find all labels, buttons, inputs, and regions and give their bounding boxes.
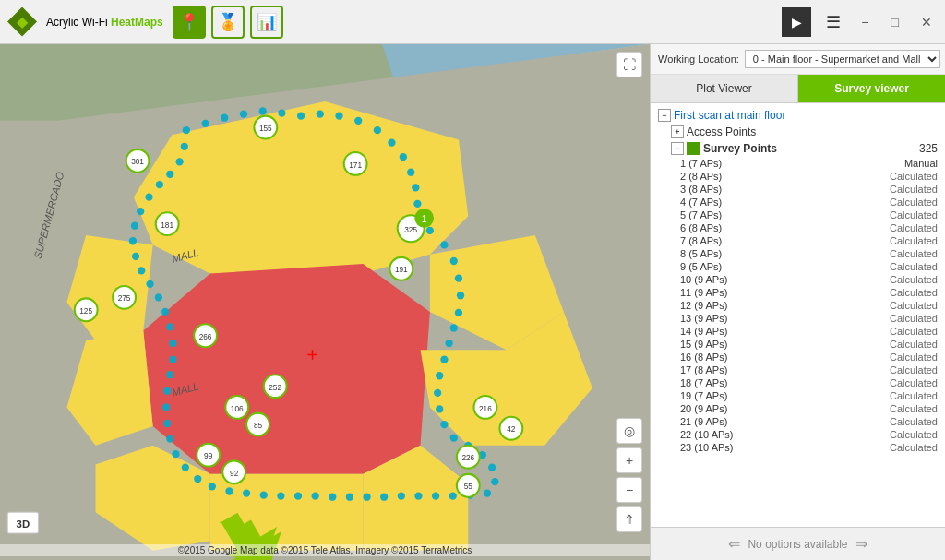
tree-expand-sp[interactable]: − bbox=[671, 142, 684, 155]
svg-point-42 bbox=[436, 405, 443, 412]
svg-point-16 bbox=[221, 114, 228, 122]
svg-point-38 bbox=[445, 340, 452, 347]
map-controls-bottom: ◎ + − ⇑ bbox=[616, 418, 642, 532]
tree-access-points[interactable]: + Access Points bbox=[651, 124, 945, 140]
survey-row-type: Calculated bbox=[873, 339, 938, 350]
minimize-button[interactable]: − bbox=[855, 13, 874, 31]
tree-root-label: First scan at main floor bbox=[674, 109, 785, 122]
svg-point-55 bbox=[380, 494, 388, 501]
play-button[interactable]: ▶ bbox=[782, 7, 811, 37]
menu-button[interactable]: ☰ bbox=[822, 8, 844, 36]
survey-row[interactable]: 15 (9 APs)Calculated bbox=[651, 338, 945, 351]
survey-row[interactable]: 10 (9 APs)Calculated bbox=[651, 273, 945, 286]
survey-row-label: 22 (10 APs) bbox=[680, 429, 873, 440]
zoom-out-button[interactable]: − bbox=[616, 477, 642, 503]
survey-row-type: Calculated bbox=[873, 326, 938, 337]
survey-row[interactable]: 17 (8 APs)Calculated bbox=[651, 363, 945, 376]
survey-row[interactable]: 3 (8 APs)Calculated bbox=[651, 183, 945, 196]
survey-row[interactable]: 4 (7 APs)Calculated bbox=[651, 196, 945, 209]
tree-expand-ap[interactable]: + bbox=[671, 125, 684, 138]
svg-point-75 bbox=[169, 340, 176, 347]
tree-survey-points[interactable]: − Survey Points 325 bbox=[651, 140, 945, 157]
svg-point-88 bbox=[175, 158, 183, 165]
badge-button[interactable]: 🏅 bbox=[211, 6, 245, 39]
survey-row[interactable]: 8 (5 APs)Calculated bbox=[651, 247, 945, 260]
survey-row[interactable]: 14 (9 APs)Calculated bbox=[651, 325, 945, 338]
survey-row[interactable]: 13 (9 APs)Calculated bbox=[651, 312, 945, 325]
svg-point-25 bbox=[388, 138, 395, 146]
tree-root-item[interactable]: − First scan at main floor bbox=[651, 107, 945, 124]
scroll-up-button[interactable]: ⇑ bbox=[616, 506, 642, 532]
survey-row-type: Calculated bbox=[873, 235, 938, 246]
svg-point-59 bbox=[312, 493, 319, 500]
survey-row-label: 13 (9 APs) bbox=[680, 313, 873, 324]
survey-row[interactable]: 23 (10 APs)Calculated bbox=[651, 441, 945, 454]
tree-sp-count: 325 bbox=[919, 142, 938, 155]
survey-row[interactable]: 2 (8 APs)Calculated bbox=[651, 170, 945, 183]
working-location-select[interactable]: 0 - Main floor - Supermarket and Mall bbox=[745, 50, 940, 68]
tab-plot-viewer[interactable]: Plot Viewer bbox=[651, 75, 798, 102]
svg-point-86 bbox=[156, 181, 163, 188]
close-button[interactable]: ✕ bbox=[915, 13, 938, 31]
tree-area[interactable]: − First scan at main floor + Access Poin… bbox=[651, 103, 945, 527]
survey-row-label: 12 (9 APs) bbox=[680, 300, 873, 311]
svg-point-34 bbox=[455, 274, 462, 281]
survey-row[interactable]: 6 (8 APs)Calculated bbox=[651, 221, 945, 234]
survey-row[interactable]: 12 (9 APs)Calculated bbox=[651, 299, 945, 312]
survey-row-label: 11 (9 APs) bbox=[680, 287, 873, 298]
chart-button[interactable]: 📊 bbox=[250, 6, 283, 39]
survey-row-label: 23 (10 APs) bbox=[680, 442, 873, 453]
svg-point-80 bbox=[138, 267, 145, 274]
tree-expand-root[interactable]: − bbox=[658, 109, 671, 122]
survey-row[interactable]: 21 (9 APs)Calculated bbox=[651, 415, 945, 428]
no-options-text: No options available bbox=[748, 538, 847, 551]
survey-row-label: 1 (7 APs) bbox=[680, 158, 873, 169]
survey-row-label: 19 (7 APs) bbox=[680, 390, 873, 401]
svg-point-54 bbox=[398, 493, 405, 500]
survey-row-type: Calculated bbox=[873, 313, 938, 324]
survey-row[interactable]: 16 (8 APs)Calculated bbox=[651, 351, 945, 363]
survey-row-type: Calculated bbox=[873, 222, 938, 233]
maximize-button[interactable]: □ bbox=[886, 13, 904, 31]
location-pin-button[interactable]: 📍 bbox=[173, 6, 206, 39]
svg-point-24 bbox=[374, 126, 381, 134]
svg-point-36 bbox=[455, 309, 462, 316]
nav-next-icon[interactable]: ⇒ bbox=[855, 535, 867, 553]
survey-row-type: Calculated bbox=[873, 274, 938, 285]
svg-point-32 bbox=[440, 241, 448, 248]
svg-text:226: 226 bbox=[461, 454, 474, 462]
survey-row[interactable]: 11 (9 APs)Calculated bbox=[651, 286, 945, 299]
svg-point-41 bbox=[434, 389, 441, 397]
svg-text:216: 216 bbox=[479, 405, 492, 413]
nav-prev-icon[interactable]: ⇐ bbox=[728, 535, 740, 553]
survey-row[interactable]: 1 (7 APs)Manual bbox=[651, 157, 945, 170]
compass-button[interactable]: ◎ bbox=[616, 418, 642, 444]
survey-row[interactable]: 9 (5 APs)Calculated bbox=[651, 260, 945, 273]
survey-row[interactable]: 5 (7 APs)Calculated bbox=[651, 209, 945, 221]
svg-point-69 bbox=[166, 435, 173, 442]
survey-row[interactable]: 20 (9 APs)Calculated bbox=[651, 402, 945, 415]
svg-point-81 bbox=[132, 253, 139, 260]
svg-point-56 bbox=[363, 494, 370, 501]
survey-row[interactable]: 7 (8 APs)Calculated bbox=[651, 234, 945, 247]
survey-row-label: 10 (9 APs) bbox=[680, 274, 873, 285]
svg-point-14 bbox=[183, 126, 190, 134]
svg-text:155: 155 bbox=[259, 125, 272, 133]
svg-point-89 bbox=[181, 143, 188, 150]
svg-point-23 bbox=[354, 117, 362, 125]
fullscreen-button[interactable]: ⛶ bbox=[616, 52, 642, 77]
survey-row[interactable]: 19 (7 APs)Calculated bbox=[651, 389, 945, 402]
survey-row[interactable]: 18 (7 APs)Calculated bbox=[651, 376, 945, 389]
map-controls-top: ⛶ bbox=[616, 52, 642, 77]
svg-text:266: 266 bbox=[199, 333, 212, 341]
survey-row-type: Calculated bbox=[873, 442, 938, 453]
svg-text:1: 1 bbox=[422, 214, 427, 224]
zoom-in-button[interactable]: + bbox=[616, 447, 642, 473]
survey-row[interactable]: 22 (10 APs)Calculated bbox=[651, 428, 945, 441]
survey-row-label: 3 (8 APs) bbox=[680, 184, 873, 195]
tab-survey-viewer[interactable]: Survey viewer bbox=[798, 75, 945, 102]
svg-point-70 bbox=[163, 420, 171, 427]
svg-point-19 bbox=[278, 109, 285, 116]
survey-row-label: 2 (8 APs) bbox=[680, 171, 873, 182]
map-area[interactable]: 155 301 171 181 325 1 191 2 bbox=[0, 44, 650, 560]
